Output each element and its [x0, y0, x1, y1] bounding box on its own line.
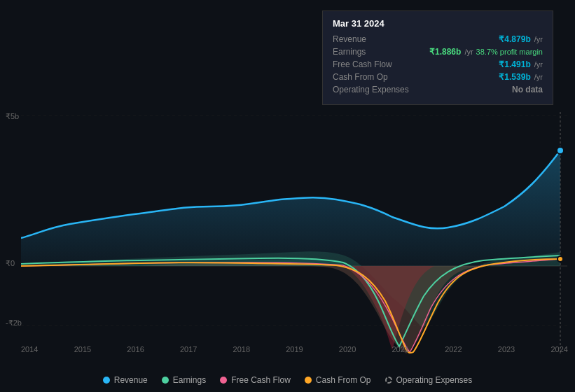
tooltip-value-fcf: ₹1.491b	[499, 59, 530, 69]
x-label-2023: 2023	[498, 345, 515, 354]
tooltip-label-fcf: Free Cash Flow	[333, 59, 410, 69]
legend-item-revenue[interactable]: Revenue	[103, 375, 148, 385]
tooltip-label-revenue: Revenue	[333, 34, 410, 44]
x-label-2014: 2014	[21, 345, 38, 354]
legend-label-opex: Operating Expenses	[396, 375, 473, 385]
legend-dot-revenue	[103, 377, 110, 384]
tooltip-row-opex: Operating Expenses No data	[333, 85, 543, 94]
tooltip-unit-fcf: /yr	[532, 60, 543, 69]
tooltip-title: Mar 31 2024	[333, 18, 543, 29]
legend-item-cashfromop[interactable]: Cash From Op	[305, 375, 371, 385]
legend-dot-cashfromop	[305, 377, 312, 384]
tooltip-unit-earnings: /yr	[462, 48, 473, 56]
legend-label-cashfromop: Cash From Op	[316, 375, 371, 385]
legend-dot-opex	[385, 377, 392, 384]
legend-label-fcf: Free Cash Flow	[231, 375, 291, 385]
x-label-2024: 2024	[550, 345, 567, 354]
tooltip-unit-cashfromop: /yr	[532, 73, 543, 81]
tooltip-value-earnings: ₹1.886b	[429, 47, 461, 57]
x-label-2022: 2022	[445, 345, 462, 354]
tooltip-row-fcf: Free Cash Flow ₹1.491b /yr	[333, 59, 543, 69]
chart-svg	[0, 108, 575, 354]
tooltip-row-revenue: Revenue ₹4.879b /yr	[333, 34, 543, 44]
legend-item-fcf[interactable]: Free Cash Flow	[220, 375, 291, 385]
x-axis: 2014 2015 2016 2017 2018 2019 2020 2021 …	[21, 345, 568, 354]
tooltip-row-cashfromop: Cash From Op ₹1.539b /yr	[333, 72, 543, 82]
legend-label-earnings: Earnings	[173, 375, 206, 385]
svg-point-6	[557, 256, 563, 262]
tooltip-label-earnings: Earnings	[333, 47, 410, 57]
tooltip-label-opex: Operating Expenses	[333, 85, 410, 94]
tooltip-panel: Mar 31 2024 Revenue ₹4.879b /yr Earnings…	[322, 10, 553, 105]
tooltip-row-earnings: Earnings ₹1.886b /yr 38.7% profit margin	[333, 47, 543, 57]
legend-dot-fcf	[220, 377, 227, 384]
x-label-2020: 2020	[339, 345, 356, 354]
legend-item-opex[interactable]: Operating Expenses	[385, 375, 473, 385]
tooltip-value-cashfromop: ₹1.539b	[499, 72, 530, 82]
tooltip-unit-revenue: /yr	[532, 35, 543, 43]
x-label-2021: 2021	[392, 345, 408, 354]
tooltip-value-opex: No data	[512, 85, 543, 94]
tooltip-label-cashfromop: Cash From Op	[333, 72, 410, 82]
legend-item-earnings[interactable]: Earnings	[162, 375, 206, 385]
x-label-2017: 2017	[180, 345, 197, 354]
tooltip-value-revenue: ₹4.879b	[499, 34, 530, 44]
chart-area	[0, 108, 575, 354]
x-label-2016: 2016	[127, 345, 144, 354]
svg-point-5	[557, 147, 564, 154]
tooltip-profit-margin: 38.7% profit margin	[476, 48, 543, 56]
chart-legend: Revenue Earnings Free Cash Flow Cash Fro…	[0, 375, 575, 385]
x-label-2015: 2015	[74, 345, 91, 354]
x-label-2019: 2019	[286, 345, 303, 354]
legend-label-revenue: Revenue	[114, 375, 148, 385]
legend-dot-earnings	[162, 377, 169, 384]
x-label-2018: 2018	[233, 345, 250, 354]
